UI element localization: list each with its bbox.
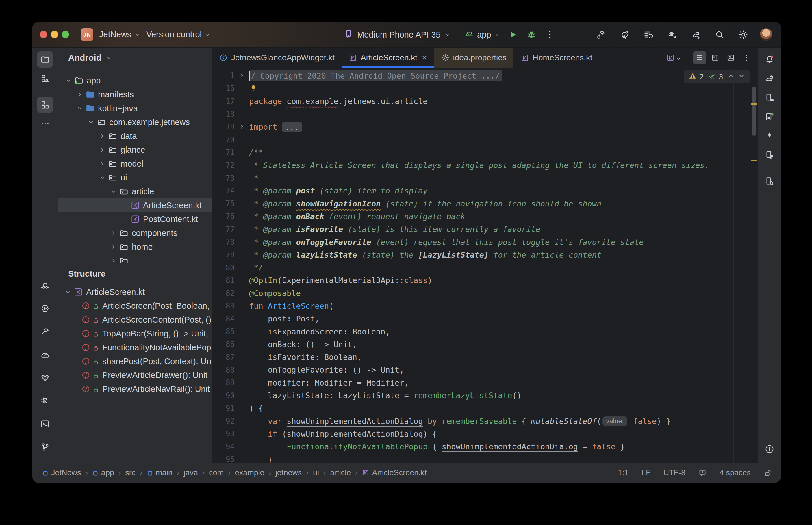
breadcrumb-item[interactable]: app xyxy=(92,468,114,477)
line-number[interactable]: 71 xyxy=(212,148,235,157)
chevron-down-icon[interactable] xyxy=(108,188,119,195)
line-number[interactable]: 90 xyxy=(212,391,235,400)
chevron-right-icon[interactable] xyxy=(97,160,108,167)
file-encoding[interactable]: UTF-8 xyxy=(663,468,685,477)
line-number[interactable]: 80 xyxy=(212,264,235,272)
services-button[interactable] xyxy=(37,300,53,316)
build-button[interactable] xyxy=(37,324,53,340)
chevron-down-icon[interactable] xyxy=(62,288,73,296)
line-number[interactable]: 89 xyxy=(212,378,235,387)
project-view-selector[interactable]: Android xyxy=(58,48,212,68)
folded-imports[interactable]: ... xyxy=(282,122,302,132)
tree-item-ui[interactable]: ui xyxy=(58,171,212,184)
line-number[interactable]: 87 xyxy=(212,353,235,362)
inspection-widget[interactable]: 2 3 xyxy=(684,70,750,84)
line-number[interactable]: 1 xyxy=(212,71,235,80)
chevron-down-icon[interactable] xyxy=(63,77,74,84)
app-quality-insights-button[interactable] xyxy=(37,370,53,386)
breadcrumb-item[interactable]: example xyxy=(235,468,264,477)
line-number[interactable]: 75 xyxy=(212,199,235,208)
breadcrumb-item[interactable]: jetnews xyxy=(276,468,302,477)
line-separator[interactable]: LF xyxy=(641,468,651,477)
zoom-window-button[interactable] xyxy=(62,31,69,38)
tree-item-postcontent-kt[interactable]: PostContent.kt xyxy=(58,212,212,226)
tab-homescreens-kt[interactable]: HomeScreens.kt xyxy=(514,48,599,68)
line-number[interactable]: 77 xyxy=(212,225,235,234)
structure-root[interactable]: ArticleScreen.kt xyxy=(58,285,212,299)
line-number[interactable]: 91 xyxy=(212,404,235,412)
chevron-right-icon[interactable] xyxy=(97,146,108,153)
device-mirroring-button[interactable] xyxy=(762,147,778,163)
line-number[interactable]: 95 xyxy=(212,455,235,463)
chevron-right-icon[interactable] xyxy=(108,243,119,250)
intention-bulb-icon[interactable] xyxy=(249,84,258,93)
fold-chevron-icon[interactable] xyxy=(235,123,249,130)
line-number[interactable]: 84 xyxy=(212,314,235,323)
line-number[interactable]: 93 xyxy=(212,430,235,438)
close-window-button[interactable] xyxy=(40,31,47,38)
chevron-down-icon[interactable] xyxy=(86,119,97,125)
breadcrumb-item[interactable]: ArticleScreen.kt xyxy=(362,468,427,477)
tree-item-home[interactable]: home xyxy=(58,240,212,254)
tree-item-glance[interactable]: glance xyxy=(58,143,212,157)
tree-item-article[interactable]: article xyxy=(58,184,212,198)
profiler-button[interactable] xyxy=(37,347,53,363)
editor-options-button[interactable] xyxy=(740,51,753,64)
minimize-window-button[interactable] xyxy=(51,31,58,38)
breadcrumb-item[interactable]: ui xyxy=(313,468,319,477)
tree-item-app[interactable]: app xyxy=(58,74,212,88)
structure-item[interactable]: f sharePost(Post, Context): Un xyxy=(58,354,212,368)
project-button[interactable] xyxy=(37,51,53,68)
tree-item-model[interactable]: model xyxy=(58,157,212,171)
chevron-right-icon[interactable] xyxy=(97,133,108,139)
line-number[interactable]: 82 xyxy=(212,289,235,297)
avatar[interactable] xyxy=(759,28,773,41)
warning-stripe-mark[interactable] xyxy=(751,160,757,162)
breadcrumb-item[interactable]: java xyxy=(183,468,198,477)
line-number[interactable]: 85 xyxy=(212,327,235,336)
code-editor[interactable]: 1/ Copyright 2020 The Android Open Sourc… xyxy=(212,68,758,463)
breadcrumb-item[interactable]: article xyxy=(330,468,351,477)
structure-item[interactable]: f PreviewArticleNavRail(): Unit xyxy=(58,382,212,396)
chevron-right-icon[interactable] xyxy=(74,91,85,98)
indent-style[interactable]: 4 spaces xyxy=(720,468,751,477)
fold-chevron-icon[interactable] xyxy=(235,72,249,79)
chevron-right-icon[interactable] xyxy=(108,257,119,263)
line-number[interactable]: 94 xyxy=(212,442,235,451)
tree-item-components[interactable]: components xyxy=(58,226,212,240)
chevron-right-icon[interactable] xyxy=(108,229,119,237)
tree-item-manifests[interactable]: manifests xyxy=(58,88,212,101)
device-selector[interactable]: Medium Phone API 35 xyxy=(344,22,451,48)
previous-problem-button[interactable] xyxy=(727,72,735,82)
debug-button[interactable] xyxy=(526,29,537,41)
resource-manager-button[interactable] xyxy=(37,71,53,87)
caret-position[interactable]: 1:1 xyxy=(618,468,629,477)
tree-item[interactable] xyxy=(58,254,212,263)
line-number[interactable]: 81 xyxy=(212,276,235,285)
gradle-button[interactable] xyxy=(762,71,778,87)
vcs-widget[interactable]: Version control xyxy=(146,30,211,39)
device-explorer-button[interactable] xyxy=(762,173,778,189)
sync-project-with-gradle-button[interactable] xyxy=(690,29,702,41)
logcat-button[interactable] xyxy=(37,393,53,409)
line-number[interactable]: 78 xyxy=(212,238,235,246)
line-number[interactable]: 72 xyxy=(212,161,235,169)
line-number[interactable]: 17 xyxy=(212,97,235,106)
apply-code-changes-button[interactable] xyxy=(643,29,654,41)
next-problem-button[interactable] xyxy=(737,72,745,82)
problems-button[interactable] xyxy=(762,441,778,457)
tree-item-kotlin-java[interactable]: kotlin+java xyxy=(58,101,212,115)
close-tab-icon[interactable]: × xyxy=(422,54,427,62)
view-design-button[interactable] xyxy=(724,51,737,64)
open-tabs-dropdown-button[interactable] xyxy=(665,51,683,64)
build-button[interactable] xyxy=(595,29,607,41)
chevron-down-icon[interactable] xyxy=(97,174,108,181)
line-number[interactable]: 88 xyxy=(212,365,235,374)
tab-idea-properties[interactable]: idea.properties xyxy=(434,48,514,68)
breadcrumb-item[interactable]: com xyxy=(209,468,224,477)
terminal-button[interactable] xyxy=(37,416,53,432)
tree-item-com-example-jetnews[interactable]: com.example.jetnews xyxy=(58,115,212,129)
breadcrumb-item[interactable]: JetNews xyxy=(42,468,81,477)
breadcrumb-item[interactable]: main xyxy=(147,468,173,477)
view-code-button[interactable] xyxy=(693,51,706,64)
